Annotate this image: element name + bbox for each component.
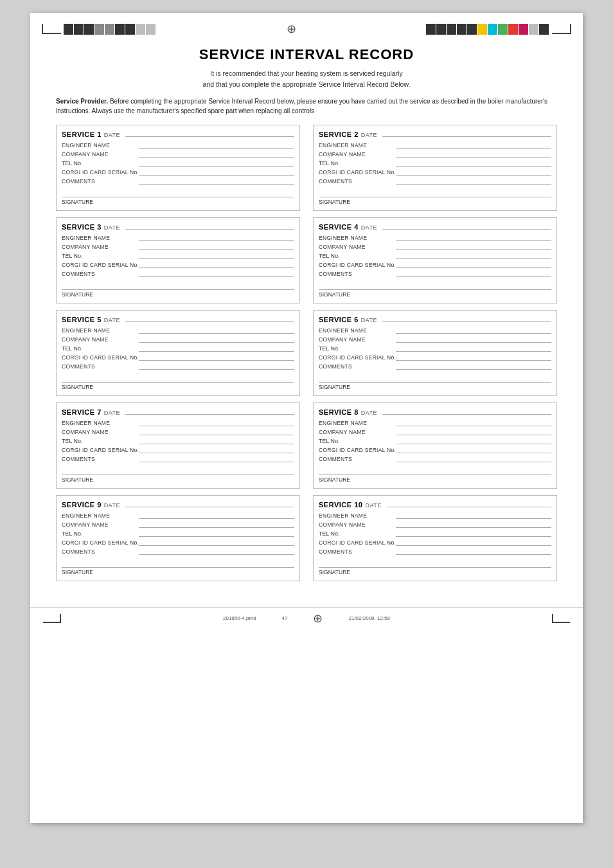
- service-7-comments-line: [139, 455, 294, 462]
- service-6-date-label: DATE: [361, 317, 377, 323]
- service-5-comments-label: COMMENTS: [62, 363, 139, 370]
- service-5-tel-line: [139, 344, 294, 352]
- block-9: [146, 24, 155, 35]
- service-2-header: SERVICE 2 DATE: [319, 129, 551, 138]
- service-6-company-line: [396, 335, 551, 343]
- service-8-corgi-row: CORGI ID CARD SERIAL No.: [319, 446, 551, 453]
- service-4-sig-line: [319, 281, 551, 290]
- service-7-company-label: COMPANY NAME: [62, 429, 139, 435]
- footer-bar: 201850-4.pmd 47 ⊕ 21/02/2008, 12.58: [30, 607, 583, 629]
- page: ⊕ SERVICE INTERVAL RE: [30, 13, 583, 823]
- service-5-engineer-line: [139, 326, 294, 334]
- block-6: [115, 24, 125, 35]
- service-10-tel-line: [396, 529, 551, 537]
- service-2-sig-line: [319, 188, 551, 197]
- service-3-company-row: COMPANY NAME: [62, 242, 294, 250]
- service-4-comments-line: [396, 269, 551, 277]
- service-5-sig-area: SIGNATURE: [62, 374, 294, 390]
- service-7-company-row: COMPANY NAME: [62, 428, 294, 435]
- service-4-tel-row: TEL No.: [319, 251, 551, 259]
- service-8-tel-row: TEL No.: [319, 437, 551, 444]
- service-8-num: SERVICE 8: [319, 408, 359, 416]
- service-6-engineer-row: ENGINEER NAME: [319, 326, 551, 334]
- service-10-date-line: [387, 500, 551, 507]
- service-9-tel-line: [139, 529, 294, 537]
- service-3-corgi-line: [139, 260, 294, 268]
- service-8-box: SERVICE 8 DATE ENGINEER NAME COMPANY NAM…: [313, 402, 557, 489]
- service-5-num: SERVICE 5: [62, 316, 102, 323]
- rblock-4: [457, 24, 466, 35]
- service-3-sig-area: SIGNATURE: [62, 281, 294, 298]
- service-10-engineer-row: ENGINEER NAME: [319, 511, 551, 519]
- service-1-engineer-row: ENGINEER NAME: [62, 141, 294, 149]
- service-6-sig-label: SIGNATURE: [319, 384, 551, 390]
- service-3-num: SERVICE 3: [62, 223, 102, 231]
- top-decoration: ⊕: [30, 13, 583, 40]
- service-9-header: SERVICE 9 DATE: [62, 500, 294, 509]
- service-9-corgi-label: CORGI ID CARD SERIAL No.: [62, 539, 139, 546]
- service-6-comments-label: COMMENTS: [319, 363, 396, 370]
- service-3-company-label: COMPANY NAME: [62, 244, 139, 250]
- service-2-comments-label: COMMENTS: [319, 178, 396, 185]
- service-6-sig-area: SIGNATURE: [319, 374, 551, 390]
- corner-horiz-left: [43, 33, 61, 34]
- blocks-right: [426, 24, 549, 35]
- service-8-header: SERVICE 8 DATE: [319, 407, 551, 416]
- service-5-sig-line: [62, 374, 294, 383]
- service-7-engineer-line: [139, 419, 294, 426]
- service-4-box: SERVICE 4 DATE ENGINEER NAME COMPANY NAM…: [313, 217, 557, 303]
- service-5-tel-label: TEL No.: [62, 345, 139, 352]
- service-5-box: SERVICE 5 DATE ENGINEER NAME COMPANY NAM…: [56, 310, 300, 396]
- service-6-corgi-line: [396, 353, 551, 361]
- service-5-date-label: DATE: [104, 317, 120, 323]
- service-6-box: SERVICE 6 DATE ENGINEER NAME COMPANY NAM…: [313, 310, 557, 396]
- service-5-corgi-label: CORGI ID CARD SERIAL No.: [62, 354, 139, 361]
- service-7-engineer-label: ENGINEER NAME: [62, 420, 139, 426]
- service-2-date-label: DATE: [361, 132, 377, 138]
- service-9-company-row: COMPANY NAME: [62, 520, 294, 528]
- service-3-company-line: [139, 242, 294, 250]
- block-7: [125, 24, 135, 35]
- subtitle-line2: and that you complete the appropriate Se…: [203, 80, 411, 88]
- service-4-company-line: [396, 242, 551, 250]
- service-5-engineer-row: ENGINEER NAME: [62, 326, 294, 334]
- service-2-company-line: [396, 150, 551, 158]
- service-10-header: SERVICE 10 DATE: [319, 500, 551, 509]
- service-5-tel-row: TEL No.: [62, 344, 294, 352]
- service-7-comments-label: COMMENTS: [62, 456, 139, 462]
- service-2-comments-row: COMMENTS: [319, 177, 551, 185]
- service-1-tel-row: TEL No.: [62, 159, 294, 167]
- rblock-12: [539, 24, 549, 35]
- subtitle-line1: It is recommended that your heating syst…: [210, 69, 402, 77]
- service-1-corgi-row: CORGI ID CARD SERIAL No.: [62, 168, 294, 176]
- service-10-sig-line: [319, 559, 551, 568]
- service-4-tel-label: TEL No.: [319, 253, 396, 259]
- service-2-company-label: COMPANY NAME: [319, 151, 396, 158]
- service-6-date-line: [382, 314, 551, 322]
- service-10-num: SERVICE 10: [319, 501, 362, 509]
- service-5-corgi-row: CORGI ID CARD SERIAL No.: [62, 353, 294, 361]
- service-6-engineer-label: ENGINEER NAME: [319, 327, 396, 334]
- service-3-engineer-row: ENGINEER NAME: [62, 233, 294, 241]
- service-1-comments-row: COMMENTS: [62, 177, 294, 185]
- rblock-6: [477, 24, 487, 35]
- service-10-comments-label: COMMENTS: [319, 548, 396, 555]
- service-1-company-line: [139, 150, 294, 158]
- service-7-corgi-row: CORGI ID CARD SERIAL No.: [62, 446, 294, 453]
- service-7-tel-row: TEL No.: [62, 437, 294, 444]
- service-2-comments-line: [396, 177, 551, 185]
- main-content: SERVICE INTERVAL RECORD It is recommende…: [30, 40, 583, 601]
- service-1-date-line: [125, 129, 294, 137]
- service-2-tel-line: [396, 159, 551, 167]
- service-5-comments-row: COMMENTS: [62, 362, 294, 370]
- service-3-sig-label: SIGNATURE: [62, 291, 294, 298]
- center-crosshair: ⊕: [287, 22, 296, 36]
- service-6-tel-line: [396, 344, 551, 352]
- service-2-sig-label: SIGNATURE: [319, 199, 551, 205]
- service-6-comments-row: COMMENTS: [319, 362, 551, 370]
- service-9-engineer-line: [139, 511, 294, 519]
- service-8-comments-row: COMMENTS: [319, 455, 551, 462]
- service-1-header: SERVICE 1 DATE: [62, 129, 294, 138]
- service-8-company-line: [396, 428, 551, 435]
- service-5-date-line: [125, 314, 294, 322]
